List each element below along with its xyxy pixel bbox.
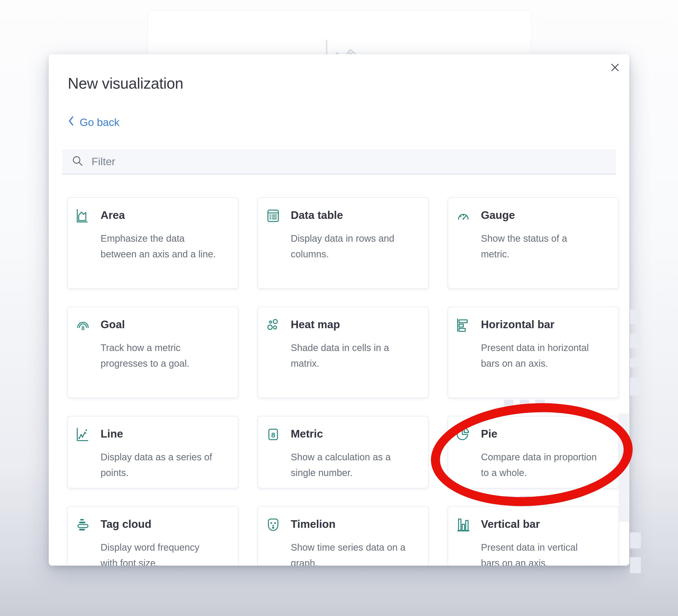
viz-card-heat-map[interactable]: Heat map Shade data in cells in a matrix… [258,307,428,398]
card-description: Display data as a series of points. [101,449,217,480]
area-chart-icon [75,208,90,223]
viz-card-tag-cloud[interactable]: Tag cloud Display word frequency with fo… [67,506,238,566]
modal-title: New visualization [68,75,183,92]
card-title: Pie [481,427,597,440]
chevron-left-icon [68,116,75,129]
viz-card-data-table[interactable]: Data table Display data in rows and colu… [258,197,428,289]
card-description: Present data in horizontal bars on an ax… [481,340,597,371]
viz-card-pie[interactable]: Pie Compare data in proportion to a whol… [448,416,619,488]
card-title: Area [101,209,217,222]
card-title: Heat map [291,318,407,331]
card-description: Display word frequency with font size. [101,539,217,566]
viz-card-timelion[interactable]: Timelion Show time series data on a grap… [258,506,428,566]
watermark-bar [504,400,514,408]
card-description: Emphasize the data between an axis and a… [101,231,217,262]
watermark-dash [630,358,641,368]
filter-input[interactable] [91,155,616,168]
visualization-type-grid: Area Emphasize the data between an axis … [67,197,619,566]
watermark-dash [630,334,641,348]
card-description: Show a calculation as a single number. [291,449,407,480]
svg-text:8: 8 [271,431,275,439]
heat-map-icon [266,317,281,333]
card-description: Show time series data on a graph. [291,539,407,566]
card-title: Line [101,427,217,440]
card-description: Show the status of a metric. [481,231,597,262]
goal-icon: 8 [75,317,90,333]
close-button[interactable] [608,61,622,75]
timelion-icon [266,517,281,532]
pie-chart-icon [456,427,471,442]
watermark-bar [504,496,514,504]
vertical-bar-icon [456,517,471,532]
card-title: Timelion [291,517,407,531]
viz-card-area[interactable]: Area Emphasize the data between an axis … [67,197,238,289]
watermark-dash [630,377,641,395]
card-title: Gauge [481,209,597,222]
watermark-dash [630,557,641,573]
close-icon [609,70,621,74]
go-back-link[interactable]: Go back [68,116,120,129]
new-visualization-modal: New visualization Go back Area Emphasize… [49,54,629,566]
viz-card-gauge[interactable]: Gauge Show the status of a metric. [448,197,619,289]
card-title: Vertical bar [481,517,597,531]
card-title: Tag cloud [101,517,217,531]
card-description: Compare data in proportion to a whole. [481,449,597,480]
card-description: Shade data in cells in a matrix. [291,340,407,371]
filter-bar [62,149,616,175]
watermark-bar [535,496,545,504]
card-description: Track how a metric progresses to a goal. [101,340,217,371]
search-icon [72,155,84,168]
card-description: Display data in rows and columns. [291,231,407,262]
card-description: Present data in vertical bars on an axis… [481,539,597,566]
metric-icon: 8 [266,427,281,442]
watermark-dash [630,309,641,324]
watermark-bar [520,496,529,504]
viz-card-goal[interactable]: 8 Goal Track how a metric progresses to … [67,307,238,398]
svg-text:8: 8 [81,325,84,331]
viz-card-line[interactable]: Line Display data as a series of points. [67,416,238,488]
card-title: Data table [291,209,407,222]
watermark-dash [630,532,641,548]
gauge-icon [456,208,471,223]
watermark-bar [520,400,529,408]
viz-card-metric[interactable]: 8 Metric Show a calculation as a single … [258,416,428,488]
card-title: Metric [291,427,407,440]
horizontal-bar-icon [456,317,471,333]
tag-cloud-icon [75,517,90,532]
line-chart-icon [75,427,90,442]
viz-card-horizontal-bar[interactable]: Horizontal bar Present data in horizonta… [448,307,619,398]
card-title: Goal [101,318,217,331]
data-table-icon [266,208,281,223]
go-back-label: Go back [80,116,120,128]
watermark-bar [535,400,545,408]
viz-card-vertical-bar[interactable]: Vertical bar Present data in vertical ba… [448,506,619,566]
watermark-panel [618,414,629,522]
card-title: Horizontal bar [481,318,597,331]
